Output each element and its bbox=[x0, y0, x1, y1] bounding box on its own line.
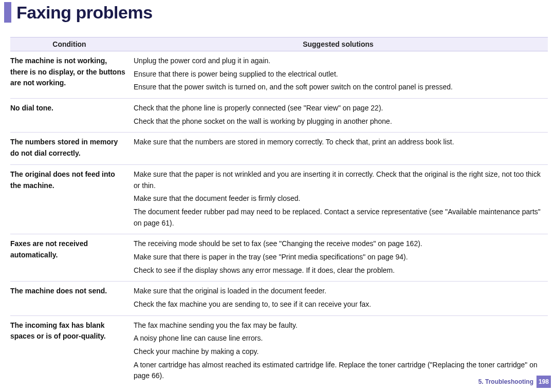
solution-item: Check to see if the display shows any er… bbox=[134, 265, 548, 276]
table-row: The machine does not send. Make sure tha… bbox=[10, 282, 548, 315]
table-header-row: Condition Suggested solutions bbox=[10, 38, 548, 51]
solution-item: Make sure that the paper is not wrinkled… bbox=[134, 169, 548, 191]
solution-item: Check that the phone socket on the wall … bbox=[134, 116, 548, 127]
header-condition: Condition bbox=[10, 38, 128, 51]
table-row: The numbers stored in memory do not dial… bbox=[10, 133, 548, 164]
solution-item: Make sure that there is paper in the tra… bbox=[134, 252, 548, 263]
troubleshooting-table: Condition Suggested solutions The machin… bbox=[10, 37, 548, 387]
solution-cell: Make sure that the numbers are stored in… bbox=[128, 133, 548, 164]
condition-cell: The numbers stored in memory do not dial… bbox=[10, 133, 128, 164]
solution-item: Ensure that there is power being supplie… bbox=[134, 69, 548, 80]
condition-cell: The original does not feed into the mach… bbox=[10, 164, 128, 234]
condition-cell: The incoming fax has blank spaces or is … bbox=[10, 315, 128, 387]
solution-item: Check that the phone line is properly co… bbox=[134, 103, 548, 114]
table-row: The incoming fax has blank spaces or is … bbox=[10, 315, 548, 387]
solution-item: Make sure that the original is loaded in… bbox=[134, 286, 548, 297]
solution-item: Check the fax machine you are sending to… bbox=[134, 299, 548, 310]
page-title: Faxing problems bbox=[16, 3, 153, 23]
page-number-badge: 198 bbox=[536, 376, 551, 388]
condition-cell: Faxes are not received automatically. bbox=[10, 234, 128, 282]
solution-item: The receiving mode should be set to fax … bbox=[134, 238, 548, 250]
table-row: The original does not feed into the mach… bbox=[10, 164, 548, 234]
solution-item: Ensure that the power switch is turned o… bbox=[134, 82, 548, 93]
solution-cell: The receiving mode should be set to fax … bbox=[128, 234, 548, 282]
document-page: Faxing problems Condition Suggested solu… bbox=[0, 0, 555, 392]
table-row: No dial tone. Check that the phone line … bbox=[10, 99, 548, 133]
chapter-label: 5. Troubleshooting bbox=[478, 378, 533, 385]
solution-cell: Check that the phone line is properly co… bbox=[128, 99, 548, 133]
accent-bar-icon bbox=[4, 2, 11, 23]
solution-item: The document feeder rubber pad may need … bbox=[134, 207, 548, 229]
solution-cell: Make sure that the paper is not wrinkled… bbox=[128, 164, 548, 234]
solution-item: Check your machine by making a copy. bbox=[134, 346, 548, 358]
solution-cell: Make sure that the original is loaded in… bbox=[128, 282, 548, 315]
solution-item: Make sure that the document feeder is fi… bbox=[134, 193, 548, 204]
condition-cell: No dial tone. bbox=[10, 99, 128, 133]
condition-cell: The machine is not working, there is no … bbox=[10, 51, 128, 99]
header-solutions: Suggested solutions bbox=[128, 38, 548, 51]
solution-cell: Unplug the power cord and plug it in aga… bbox=[128, 51, 548, 99]
title-row: Faxing problems bbox=[4, 0, 551, 37]
solution-item: Make sure that the numbers are stored in… bbox=[134, 137, 548, 148]
solution-item: A noisy phone line can cause line errors… bbox=[134, 333, 548, 344]
solution-item: Unplug the power cord and plug it in aga… bbox=[134, 55, 548, 67]
condition-cell: The machine does not send. bbox=[10, 282, 128, 315]
page-footer: 5. Troubleshooting 198 bbox=[478, 376, 551, 388]
table-row: The machine is not working, there is no … bbox=[10, 51, 548, 99]
solution-item: The fax machine sending you the fax may … bbox=[134, 320, 548, 331]
table-row: Faxes are not received automatically. Th… bbox=[10, 234, 548, 282]
